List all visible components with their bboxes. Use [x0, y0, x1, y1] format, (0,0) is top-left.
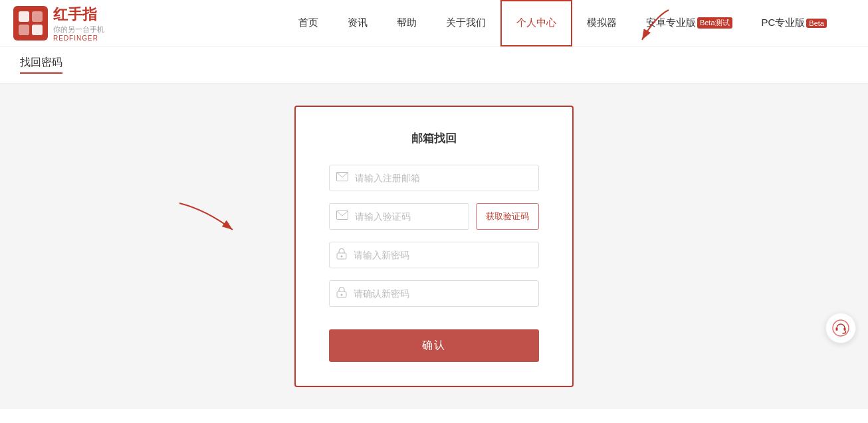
- email-group: [329, 165, 539, 191]
- pc-beta-badge: Beta: [806, 19, 827, 28]
- svg-rect-2: [32, 11, 43, 22]
- new-password-input-wrapper: [329, 242, 539, 268]
- nav-profile[interactable]: 个人中心: [500, 0, 572, 46]
- svg-rect-0: [13, 6, 48, 41]
- support-bubble[interactable]: [825, 313, 856, 343]
- new-password-group: [329, 242, 539, 268]
- android-beta-badge: Beta测试: [697, 17, 732, 29]
- breadcrumb-title: 找回密码: [20, 56, 62, 74]
- nav-simulator[interactable]: 模拟器: [572, 0, 631, 46]
- nav-android-pro[interactable]: 安卓专业版Beta测试: [631, 0, 747, 46]
- svg-point-13: [833, 320, 849, 336]
- svg-point-12: [341, 294, 343, 296]
- main-nav: 首页 资讯 帮助 关于我们 个人中心 模拟器 安卓专业版Beta测试 PC专业版…: [284, 0, 841, 46]
- logo-main-text: 红手指: [53, 5, 104, 25]
- email-input-wrapper: [329, 165, 539, 191]
- logo-icon: [13, 6, 48, 41]
- logo-tagline: 你的另一台手机: [53, 25, 104, 35]
- code-row: 获取验证码: [329, 203, 539, 230]
- nav-about[interactable]: 关于我们: [431, 0, 500, 46]
- svg-rect-15: [844, 327, 846, 331]
- get-code-button[interactable]: 获取验证码: [476, 203, 539, 230]
- svg-rect-1: [19, 11, 29, 22]
- code-email-icon: [330, 211, 355, 222]
- confirm-password-lock-icon: [330, 286, 354, 301]
- confirm-password-group: [329, 280, 539, 307]
- nav-news[interactable]: 资讯: [333, 0, 382, 46]
- nav-help[interactable]: 帮助: [382, 0, 431, 46]
- svg-point-10: [341, 256, 343, 258]
- code-input-wrapper: [329, 203, 469, 230]
- form-title: 邮箱找回: [329, 131, 539, 146]
- code-group: 获取验证码: [329, 203, 539, 230]
- form-card: 邮箱找回: [294, 106, 574, 387]
- left-arrow-annotation: [173, 190, 253, 243]
- confirm-password-input[interactable]: [354, 281, 538, 306]
- email-input[interactable]: [355, 165, 538, 191]
- logo: 红手指 你的另一台手机 REDFINGER: [13, 5, 160, 42]
- svg-rect-3: [19, 25, 29, 35]
- nav-home[interactable]: 首页: [284, 0, 333, 46]
- confirm-password-input-wrapper: [329, 280, 539, 307]
- svg-rect-14: [836, 327, 838, 331]
- svg-rect-4: [32, 25, 43, 35]
- page-content: 找回密码 邮箱找回: [0, 46, 868, 423]
- email-icon: [330, 172, 355, 184]
- breadcrumb-bar: 找回密码: [0, 46, 868, 84]
- nav-pc-pro[interactable]: PC专业版Beta: [747, 0, 841, 46]
- new-password-input[interactable]: [354, 242, 538, 268]
- header: 红手指 你的另一台手机 REDFINGER 首页 资讯 帮助 关于我们 个人中心…: [0, 0, 868, 46]
- logo-text: 红手指 你的另一台手机 REDFINGER: [53, 5, 104, 42]
- code-input[interactable]: [355, 204, 469, 229]
- main-area: 邮箱找回: [0, 84, 868, 409]
- logo-brand-text: REDFINGER: [53, 35, 104, 42]
- new-password-lock-icon: [330, 248, 354, 262]
- submit-button[interactable]: 确认: [329, 329, 539, 362]
